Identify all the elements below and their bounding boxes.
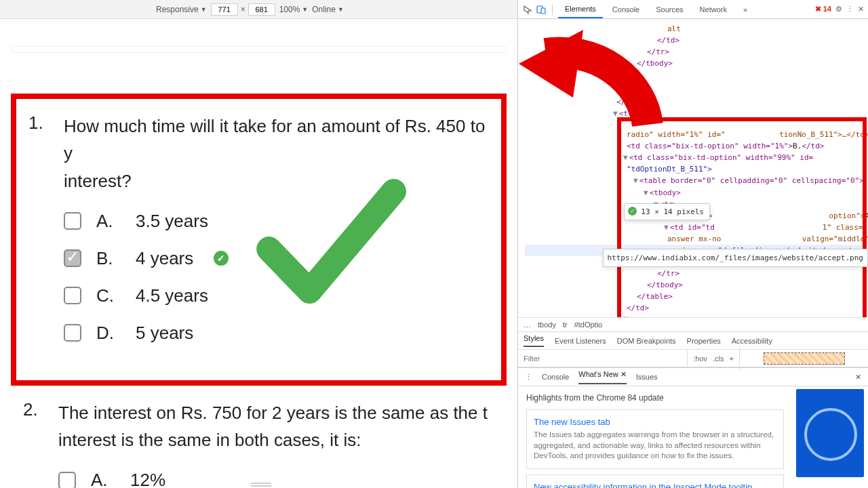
tab-more-icon[interactable]: » bbox=[736, 1, 754, 18]
devtools-panel: Elements Console Sources Network » ✖ 14 … bbox=[517, 0, 868, 488]
dom-breadcrumb[interactable]: … tbody tr #tdOptio bbox=[518, 317, 868, 332]
drawer-tab-console[interactable]: Console bbox=[542, 373, 569, 381]
styles-filter-input[interactable] bbox=[518, 354, 687, 363]
drawer-more-icon[interactable]: ⋮ bbox=[525, 373, 532, 382]
drawer-close-icon[interactable]: ✕ bbox=[855, 373, 861, 382]
viewport-width-input[interactable] bbox=[211, 3, 238, 16]
page-viewport: 1. How much time will it take for an amo… bbox=[0, 19, 517, 488]
settings-icon[interactable]: ⚙ bbox=[835, 5, 842, 14]
url-tooltip: https://www.indiabix.com/_files/images/w… bbox=[603, 249, 869, 267]
q1-option-d[interactable]: D. 5 years bbox=[64, 323, 493, 344]
zoom-dropdown[interactable]: 100% ▼ bbox=[279, 5, 309, 14]
whatsnew-illustration bbox=[796, 389, 864, 477]
drawer-tab-whatsnew[interactable]: What's New ✕ bbox=[578, 370, 626, 384]
checkbox-checked-icon[interactable] bbox=[64, 249, 81, 267]
drawer-tab-issues[interactable]: Issues bbox=[636, 373, 658, 381]
tab-console[interactable]: Console bbox=[606, 1, 646, 18]
close-icon[interactable]: ✕ bbox=[858, 5, 864, 14]
checkbox-icon[interactable] bbox=[64, 287, 81, 304]
error-badge[interactable]: ✖ 14 bbox=[815, 5, 831, 14]
big-checkmark-icon bbox=[250, 163, 406, 322]
viewport-height-input[interactable] bbox=[248, 3, 275, 16]
checkbox-icon[interactable] bbox=[64, 212, 81, 230]
tab-event-listeners[interactable]: Event Listeners bbox=[555, 337, 606, 345]
q2-number: 2. bbox=[19, 399, 58, 454]
tab-dom-breakpoints[interactable]: DOM Breakpoints bbox=[617, 337, 676, 345]
styles-filter-row: :hov .cls + bbox=[518, 350, 868, 367]
tooltip-accept-icon: ✓ bbox=[628, 207, 637, 216]
tab-network[interactable]: Network bbox=[693, 1, 734, 18]
more-icon[interactable]: ⋮ bbox=[846, 5, 854, 14]
add-rule-icon[interactable]: + bbox=[730, 354, 734, 363]
whatsnew-card-2[interactable]: New accessibility information in the Ins… bbox=[526, 474, 784, 488]
whatsnew-panel: Highlights from the Chrome 84 update The… bbox=[518, 386, 868, 481]
dim-separator: × bbox=[241, 5, 245, 14]
tab-elements[interactable]: Elements bbox=[558, 1, 603, 18]
q2-text: The interest on Rs. 750 for 2 years is t… bbox=[58, 399, 498, 454]
svg-rect-1 bbox=[541, 8, 545, 14]
whatsnew-card-1[interactable]: The new Issues tab The Issues tab aggreg… bbox=[526, 409, 784, 469]
hov-toggle[interactable]: :hov bbox=[693, 354, 707, 363]
checkbox-icon[interactable] bbox=[58, 472, 76, 488]
network-dropdown[interactable]: Online ▼ bbox=[312, 5, 344, 14]
checkbox-icon[interactable] bbox=[64, 324, 81, 342]
cls-toggle[interactable]: .cls bbox=[713, 354, 724, 363]
tab-sources[interactable]: Sources bbox=[649, 1, 690, 18]
tab-accessibility[interactable]: Accessibility bbox=[732, 337, 772, 345]
tab-styles[interactable]: Styles bbox=[524, 334, 544, 347]
box-model-preview bbox=[739, 346, 868, 371]
tab-properties[interactable]: Properties bbox=[687, 337, 721, 345]
dom-tree[interactable]: alt </td> </tr> </tbody> </tr> ▼<tr> rad… bbox=[518, 19, 868, 317]
q2-option-a[interactable]: A. 12% bbox=[58, 470, 498, 488]
inspect-icon[interactable] bbox=[522, 4, 533, 15]
question-2: 2. The interest on Rs. 750 for 2 years i… bbox=[11, 399, 507, 488]
device-toggle-icon[interactable] bbox=[536, 4, 547, 15]
resize-handle-icon[interactable] bbox=[251, 483, 271, 487]
accept-icon: ✓ bbox=[214, 251, 229, 266]
responsive-dropdown[interactable]: Responsive ▼ bbox=[156, 5, 207, 14]
devtools-tabbar: Elements Console Sources Network » ✖ 14 … bbox=[518, 0, 868, 19]
image-dimensions-tooltip: ✓ 13 × 14 pixels bbox=[624, 203, 710, 220]
question-1-highlight: 1. How much time will it take for an amo… bbox=[11, 94, 507, 386]
q1-number: 1. bbox=[24, 113, 64, 195]
